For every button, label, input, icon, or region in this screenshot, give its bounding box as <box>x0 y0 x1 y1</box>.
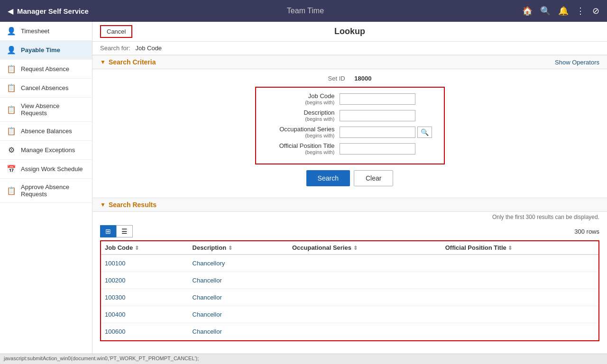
center-title: Team Time <box>287 7 324 15</box>
header-row: Job Code ⇕ Description ⇕ Occupational Se… <box>101 241 598 255</box>
search-button[interactable]: Search <box>306 170 350 186</box>
sidebar-item-payable-time[interactable]: 👤 Payable Time <box>0 41 92 60</box>
results-table-wrapper: Job Code ⇕ Description ⇕ Occupational Se… <box>100 240 599 341</box>
cell-description[interactable]: Chancellory <box>189 255 288 272</box>
sidebar-item-cancel-absences[interactable]: 📋 Cancel Absences <box>0 79 92 98</box>
main-layout: 👤 Timesheet 👤 Payable Time 📋 Request Abs… <box>0 22 607 354</box>
criteria-box: Job Code (begins with) Description (begi… <box>255 87 445 164</box>
sidebar-item-label: Payable Time <box>21 46 60 54</box>
view-toggle: ⊞ ☰ <box>100 225 133 237</box>
description-input[interactable] <box>340 110 415 121</box>
header-icons: 🏠 🔍 🔔 ⋮ ⊘ <box>522 6 599 16</box>
position-title-label: Official Position Title (begins with) <box>264 142 340 155</box>
top-header: ◀ Manager Self Service Team Time 🏠 🔍 🔔 ⋮… <box>0 0 607 22</box>
set-id-value: 18000 <box>354 75 371 82</box>
occ-series-input-wrap: 🔍 <box>340 127 436 138</box>
cell-official-title <box>441 272 598 289</box>
occ-series-sort-icon: ⇕ <box>353 245 358 251</box>
sidebar-item-label: Cancel Absences <box>21 84 68 91</box>
clear-button[interactable]: Clear <box>354 170 393 186</box>
table-row[interactable]: 100300 Chancellor <box>101 289 598 306</box>
cell-official-title <box>441 306 598 323</box>
sidebar-item-absence-balances[interactable]: 📋 Absence Balances <box>0 122 92 141</box>
lookup-title: Lookup <box>334 27 365 36</box>
view-absence-icon: 📋 <box>7 105 16 114</box>
table-row[interactable]: 100600 Chancellor <box>101 323 598 340</box>
results-table: Job Code ⇕ Description ⇕ Occupational Se… <box>101 241 598 340</box>
cell-job-code[interactable]: 100200 <box>101 272 189 289</box>
criteria-arrow-icon[interactable]: ▼ <box>100 59 106 65</box>
request-absence-icon: 📋 <box>7 64 16 73</box>
header-left: ◀ Manager Self Service <box>8 7 89 16</box>
results-arrow-icon[interactable]: ▼ <box>100 201 106 208</box>
lookup-panel: Cancel Lookup Search for: Job Code ▼ Sea… <box>92 22 607 341</box>
cell-job-code[interactable]: 100400 <box>101 306 189 323</box>
position-title-input-wrap <box>340 143 436 155</box>
cell-official-title <box>441 255 598 272</box>
manage-exceptions-icon: ⚙ <box>7 146 16 155</box>
list-view-button[interactable]: ☰ <box>116 225 133 237</box>
sidebar-item-label: Request Absence <box>21 65 69 73</box>
cell-description[interactable]: Chancellor <box>189 323 288 340</box>
close-icon[interactable]: ⊘ <box>592 6 599 16</box>
timesheet-icon: 👤 <box>7 27 16 36</box>
cell-job-code[interactable]: 100300 <box>101 289 189 306</box>
cell-job-code[interactable]: 100600 <box>101 323 189 340</box>
home-icon[interactable]: 🏠 <box>522 6 533 16</box>
description-label: Description (begins with) <box>264 109 340 122</box>
cell-job-code[interactable]: 100100 <box>101 255 189 272</box>
cell-description[interactable]: Chancellor <box>189 272 288 289</box>
criteria-row-job-code: Job Code (begins with) <box>264 92 436 105</box>
payable-time-icon: 👤 <box>7 46 16 55</box>
search-results-header: ▼ Search Results <box>92 198 607 212</box>
occ-series-lookup-button[interactable]: 🔍 <box>417 127 432 138</box>
results-note: Only the first 300 results can be displa… <box>92 212 607 222</box>
show-operators-link[interactable]: Show Operators <box>555 59 599 66</box>
search-results-title: Search Results <box>109 201 156 209</box>
rows-count: 300 rows <box>574 228 599 235</box>
sidebar-item-label: Timesheet <box>21 27 49 35</box>
occ-series-input[interactable] <box>340 127 415 138</box>
bell-icon[interactable]: 🔔 <box>558 6 569 16</box>
more-icon[interactable]: ⋮ <box>576 6 585 16</box>
col-occ-series[interactable]: Occupational Series ⇕ <box>288 241 441 255</box>
cell-occ-series <box>288 289 441 306</box>
absence-balances-icon: 📋 <box>7 127 16 136</box>
cell-description[interactable]: Chancellor <box>189 289 288 306</box>
results-toolbar: ⊞ ☰ 300 rows <box>100 222 599 237</box>
cell-occ-series <box>288 306 441 323</box>
search-criteria-body: Set ID 18000 Job Code (begins with) <box>92 69 607 198</box>
col-description[interactable]: Description ⇕ <box>189 241 288 255</box>
description-input-wrap <box>340 110 436 121</box>
sidebar-item-request-absence[interactable]: 📋 Request Absence <box>0 60 92 79</box>
table-row[interactable]: 100100 Chancellory <box>101 255 598 272</box>
search-buttons: Search Clear <box>100 170 599 186</box>
app-title: Manager Self Service <box>17 7 89 15</box>
sidebar-item-view-absence-requests[interactable]: 📋 View Absence Requests <box>0 98 92 122</box>
cell-description[interactable]: Chancellor <box>189 306 288 323</box>
sidebar-item-approve-absence-requests[interactable]: 📋 Approve Absence Requests <box>0 179 92 203</box>
sidebar-item-label: Approve Absence Requests <box>21 183 85 198</box>
sidebar-item-timesheet[interactable]: 👤 Timesheet <box>0 22 92 41</box>
sidebar-item-manage-exceptions[interactable]: ⚙ Manage Exceptions <box>0 141 92 160</box>
col-official-title[interactable]: Official Position Title ⇕ <box>441 241 598 255</box>
table-header: Job Code ⇕ Description ⇕ Occupational Se… <box>101 241 598 255</box>
cell-official-title <box>441 323 598 340</box>
grid-view-button[interactable]: ⊞ <box>100 225 116 237</box>
col-job-code[interactable]: Job Code ⇕ <box>101 241 189 255</box>
sidebar-item-label: View Absence Requests <box>21 102 85 117</box>
cell-occ-series <box>288 323 441 340</box>
sidebar-item-assign-work-schedule[interactable]: 📅 Assign Work Schedule <box>0 160 92 179</box>
job-code-input[interactable] <box>340 93 415 105</box>
results-table-area: ⊞ ☰ 300 rows Job Code ⇕ Description ⇕ Oc… <box>92 222 607 341</box>
table-row[interactable]: 100200 Chancellor <box>101 272 598 289</box>
job-code-input-wrap <box>340 93 436 105</box>
assign-work-schedule-icon: 📅 <box>7 164 16 173</box>
search-icon[interactable]: 🔍 <box>540 6 551 16</box>
sidebar: 👤 Timesheet 👤 Payable Time 📋 Request Abs… <box>0 22 92 354</box>
table-row[interactable]: 100400 Chancellor <box>101 306 598 323</box>
table-body: 100100 Chancellory 100200 Chancellor <box>101 255 598 340</box>
cancel-button[interactable]: Cancel <box>100 25 132 38</box>
back-arrow-icon[interactable]: ◀ <box>8 7 13 16</box>
position-title-input[interactable] <box>340 143 415 155</box>
